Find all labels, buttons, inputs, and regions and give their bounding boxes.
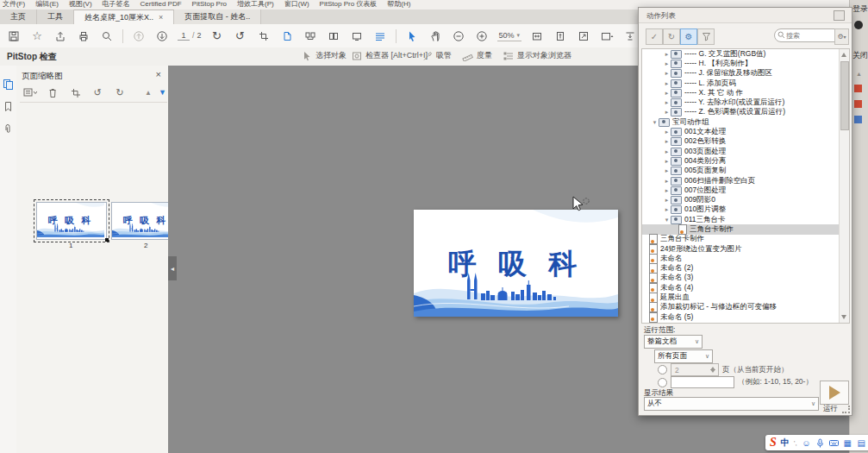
action-list-titlebar[interactable]: 动作列表 xyxy=(639,8,852,23)
thumbnail-options-icon[interactable] xyxy=(22,85,38,100)
refresh-button[interactable]: ↻ xyxy=(663,28,680,45)
chevron-down-icon[interactable]: ▾ xyxy=(651,119,659,126)
zoom-level-select[interactable]: 50%▾ xyxy=(497,30,522,41)
action-list-item[interactable]: ▸----- L. 添加页码 xyxy=(642,79,849,88)
chevron-down-icon[interactable]: ▾ xyxy=(663,217,671,223)
apply-check-button[interactable]: ✓ xyxy=(646,28,663,45)
action-list-item[interactable]: ▸002色彩转换 xyxy=(642,137,849,147)
options-gear-dropdown[interactable]: ⚙▾ xyxy=(834,28,849,45)
search-icon[interactable] xyxy=(99,28,115,44)
close-button[interactable]: 关闭 xyxy=(852,50,868,61)
microphone-icon[interactable] xyxy=(815,438,825,448)
action-list-item[interactable]: 未命名 (3) xyxy=(642,274,849,283)
action-list-group[interactable]: ▾011三角台卡 xyxy=(642,215,849,224)
action-list-item[interactable]: 添加裁切标记 - 与修边框的可变偏移 xyxy=(642,303,849,312)
menu-pitstop-dashboard[interactable]: PitStop Pro 仪表板 xyxy=(320,0,378,9)
page-range-radio[interactable] xyxy=(658,378,667,387)
action-list-item[interactable]: ▸010图片调整 xyxy=(642,205,849,215)
action-list-item[interactable]: 未命名 xyxy=(642,254,849,263)
tab-close-icon[interactable]: × xyxy=(159,13,163,22)
show-results-select[interactable]: 从不∨ xyxy=(644,397,819,411)
share-icon[interactable] xyxy=(53,28,68,44)
panel-close-icon[interactable]: × xyxy=(156,69,161,79)
tab-tools[interactable]: 工具 xyxy=(37,9,74,24)
hand-tool-icon[interactable] xyxy=(428,28,443,44)
chevron-right-icon[interactable]: ▸ xyxy=(663,51,671,58)
chevron-right-icon[interactable]: ▸ xyxy=(663,197,671,204)
menu-help[interactable]: 帮助(H) xyxy=(387,0,410,9)
thumbnail-size-slider[interactable]: ▼ xyxy=(159,88,166,97)
tab-home[interactable]: 主页 xyxy=(0,9,37,24)
rotate-right-icon[interactable]: ↻ xyxy=(209,28,225,44)
action-list-item[interactable]: 延展出血 xyxy=(642,293,849,302)
action-list-item[interactable]: ▸----- X. 其 它 动 作 xyxy=(642,88,849,98)
keyboard-icon[interactable] xyxy=(829,438,839,448)
two-page-view-icon[interactable] xyxy=(326,28,341,44)
chevron-right-icon[interactable]: ▸ xyxy=(663,206,671,213)
action-list-item[interactable]: ▸----- H. 【利亮制作】 xyxy=(642,59,849,68)
pages-scope-select[interactable]: 所有页面∨ xyxy=(654,349,713,363)
manage-gear-button[interactable]: ⚙ xyxy=(680,28,697,45)
tree-scrollbar[interactable] xyxy=(839,49,849,323)
scroll-down-icon[interactable] xyxy=(841,315,846,319)
document-page[interactable] xyxy=(414,210,618,317)
pitstop-measure-button[interactable]: 度量 xyxy=(462,50,492,61)
chevron-right-icon[interactable]: ▸ xyxy=(663,129,671,135)
action-list-item[interactable]: ▸----- G. 交叉蓝图(RGB值) xyxy=(642,49,849,59)
menu-file[interactable]: 文件(F) xyxy=(3,0,25,9)
tab-document-2[interactable]: 页面提取自 - 姓名.. xyxy=(174,9,261,24)
save-icon[interactable] xyxy=(6,28,22,44)
action-list-item[interactable]: ▸004类别分离 xyxy=(642,156,849,166)
fit-page-icon[interactable] xyxy=(553,28,568,44)
menu-edit[interactable]: 编辑(E) xyxy=(35,0,59,9)
menu-certified-pdf[interactable]: Certified PDF xyxy=(141,0,182,9)
menu-view[interactable]: 视图(V) xyxy=(69,0,92,9)
scroll-page-icon[interactable] xyxy=(622,28,638,44)
action-list-item[interactable]: 未命名 (4) xyxy=(642,283,849,293)
zoom-out-thumbnails-icon[interactable]: ▲ xyxy=(145,89,152,97)
print-icon[interactable] xyxy=(76,28,91,44)
tab-document-1[interactable]: 姓名桌牌_10厘米X.. × xyxy=(74,9,174,24)
action-list-item[interactable]: 三角台卡制作 xyxy=(642,235,849,244)
page-range-input[interactable] xyxy=(671,376,734,388)
emoji-icon[interactable]: ☺ xyxy=(802,438,811,448)
action-list-item[interactable]: ▸005页面复制 xyxy=(642,167,849,176)
actual-size-icon[interactable] xyxy=(576,28,591,44)
fit-visible-icon[interactable] xyxy=(599,28,615,44)
run-button[interactable] xyxy=(820,381,849,405)
ime-language-toggle[interactable]: 中 xyxy=(781,437,790,449)
chevron-right-icon[interactable]: ▸ xyxy=(663,178,671,185)
bookmarks-panel-icon[interactable] xyxy=(3,100,14,111)
action-list-item[interactable]: ▸006扫描件删除空白页 xyxy=(642,176,849,186)
filter-button[interactable] xyxy=(697,28,715,45)
chevron-right-icon[interactable]: ▸ xyxy=(663,167,671,174)
pitstop-object-browser-button[interactable]: 显示对象浏览器 xyxy=(503,50,571,61)
ime-punctuation-toggle[interactable]: ’, xyxy=(794,439,797,447)
action-list-item[interactable]: 24矩形绕边位置变为图片 xyxy=(642,244,849,254)
toolbox-icon[interactable]: ▦ xyxy=(843,438,852,448)
action-list-item-selected[interactable]: 三角台卡制作 xyxy=(642,224,849,234)
action-list-item[interactable]: ▸003页面处理 xyxy=(642,147,849,156)
chevron-right-icon[interactable]: ▸ xyxy=(663,70,671,77)
login-button[interactable]: 登录 xyxy=(852,3,868,15)
chevron-right-icon[interactable]: ▸ xyxy=(663,90,671,97)
chevron-right-icon[interactable]: ▸ xyxy=(663,99,671,106)
action-list-item[interactable]: ▸----- J. 保留缩放及移动图区 xyxy=(642,69,849,79)
menu-plugins[interactable]: 增效工具(P) xyxy=(237,0,274,9)
new-page-icon[interactable] xyxy=(279,28,295,44)
sogou-logo-icon[interactable]: S xyxy=(770,437,777,449)
scroll-up-icon[interactable] xyxy=(841,53,846,57)
select-tool-icon[interactable] xyxy=(404,28,420,44)
pitstop-select-object-button[interactable]: 选择对象 xyxy=(302,50,347,61)
pitstop-eyedropper-button[interactable]: 吸管 xyxy=(422,50,452,61)
chevron-right-icon[interactable]: ▸ xyxy=(663,109,671,116)
crop-page-icon[interactable] xyxy=(256,28,272,44)
next-page-icon[interactable] xyxy=(154,28,170,44)
chevron-right-icon[interactable]: ▸ xyxy=(663,138,671,145)
action-list-item[interactable]: ▸001文本处理 xyxy=(642,127,849,136)
action-list-item[interactable]: ▸009阴影0 xyxy=(642,195,849,204)
account-avatar[interactable] xyxy=(854,21,863,29)
action-list-group[interactable]: ▾宝司动作组 xyxy=(642,117,849,127)
chevron-right-icon[interactable]: ▸ xyxy=(663,80,671,87)
rotate-ccw-icon[interactable]: ↺ xyxy=(90,85,105,100)
